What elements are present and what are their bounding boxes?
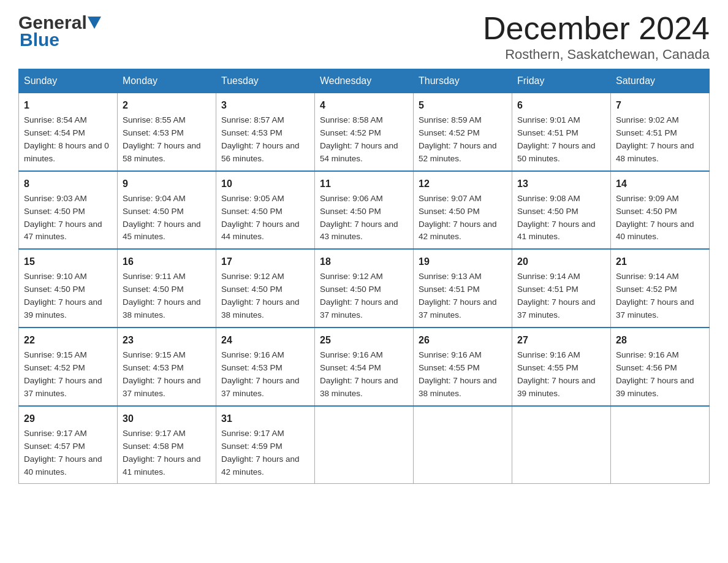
day-info: Sunrise: 9:07 AMSunset: 4:50 PMDaylight:… [419, 194, 497, 242]
day-number: 8 [24, 177, 112, 191]
day-info: Sunrise: 9:15 AMSunset: 4:53 PMDaylight:… [123, 350, 201, 398]
calendar-table: Sunday Monday Tuesday Wednesday Thursday… [18, 69, 710, 484]
day-info: Sunrise: 9:14 AMSunset: 4:52 PMDaylight:… [616, 272, 694, 320]
calendar-day-cell: 23 Sunrise: 9:15 AMSunset: 4:53 PMDaylig… [118, 327, 216, 406]
calendar-day-cell: 13 Sunrise: 9:08 AMSunset: 4:50 PMDaylig… [512, 171, 611, 250]
calendar-day-cell: 28 Sunrise: 9:16 AMSunset: 4:56 PMDaylig… [611, 327, 710, 406]
calendar-day-cell: 8 Sunrise: 9:03 AMSunset: 4:50 PMDayligh… [19, 171, 118, 250]
day-number: 17 [221, 255, 309, 269]
day-info: Sunrise: 9:16 AMSunset: 4:54 PMDaylight:… [320, 350, 398, 398]
day-number: 16 [123, 255, 211, 269]
calendar-day-cell: 31 Sunrise: 9:17 AMSunset: 4:59 PMDaylig… [216, 406, 315, 484]
day-info: Sunrise: 9:03 AMSunset: 4:50 PMDaylight:… [24, 194, 102, 242]
header-saturday: Saturday [611, 69, 710, 93]
calendar-day-cell: 29 Sunrise: 9:17 AMSunset: 4:57 PMDaylig… [19, 406, 118, 484]
calendar-day-cell: 2 Sunrise: 8:55 AMSunset: 4:53 PMDayligh… [118, 93, 216, 171]
calendar-day-cell [611, 406, 710, 484]
calendar-day-cell [315, 406, 414, 484]
day-number: 7 [616, 98, 704, 113]
calendar-day-cell: 27 Sunrise: 9:16 AMSunset: 4:55 PMDaylig… [512, 327, 611, 406]
header-sunday: Sunday [19, 69, 118, 93]
calendar-day-cell: 9 Sunrise: 9:04 AMSunset: 4:50 PMDayligh… [118, 171, 216, 250]
logo-triangle-icon [88, 17, 101, 30]
calendar-day-cell: 18 Sunrise: 9:12 AMSunset: 4:50 PMDaylig… [315, 249, 414, 327]
day-number: 24 [221, 333, 309, 348]
day-info: Sunrise: 8:55 AMSunset: 4:53 PMDaylight:… [123, 115, 201, 163]
day-number: 31 [221, 412, 309, 426]
day-number: 10 [221, 177, 309, 191]
calendar-day-cell: 1 Sunrise: 8:54 AMSunset: 4:54 PMDayligh… [19, 93, 118, 171]
header-wednesday: Wednesday [315, 69, 414, 93]
calendar-day-cell: 3 Sunrise: 8:57 AMSunset: 4:53 PMDayligh… [216, 93, 315, 171]
day-number: 19 [419, 255, 507, 269]
calendar-day-cell: 19 Sunrise: 9:13 AMSunset: 4:51 PMDaylig… [414, 249, 512, 327]
calendar-day-cell: 30 Sunrise: 9:17 AMSunset: 4:58 PMDaylig… [118, 406, 216, 484]
day-info: Sunrise: 9:17 AMSunset: 4:57 PMDaylight:… [24, 429, 102, 477]
day-info: Sunrise: 9:04 AMSunset: 4:50 PMDaylight:… [123, 194, 201, 242]
calendar-week-row: 29 Sunrise: 9:17 AMSunset: 4:57 PMDaylig… [19, 406, 710, 484]
day-number: 3 [221, 98, 309, 113]
day-number: 21 [616, 255, 704, 269]
day-info: Sunrise: 9:02 AMSunset: 4:51 PMDaylight:… [616, 115, 694, 163]
day-info: Sunrise: 8:58 AMSunset: 4:52 PMDaylight:… [320, 115, 398, 163]
calendar-day-cell: 22 Sunrise: 9:15 AMSunset: 4:52 PMDaylig… [19, 327, 118, 406]
title-section: December 2024 Rosthern, Saskatchewan, Ca… [483, 12, 710, 63]
calendar-day-cell: 25 Sunrise: 9:16 AMSunset: 4:54 PMDaylig… [315, 327, 414, 406]
day-info: Sunrise: 9:14 AMSunset: 4:51 PMDaylight:… [517, 272, 596, 320]
calendar-day-cell: 16 Sunrise: 9:11 AMSunset: 4:50 PMDaylig… [118, 249, 216, 327]
day-info: Sunrise: 9:08 AMSunset: 4:50 PMDaylight:… [517, 194, 596, 242]
day-number: 5 [419, 98, 507, 113]
calendar-day-cell: 5 Sunrise: 8:59 AMSunset: 4:52 PMDayligh… [414, 93, 512, 171]
day-info: Sunrise: 9:06 AMSunset: 4:50 PMDaylight:… [320, 194, 398, 242]
calendar-day-cell: 4 Sunrise: 8:58 AMSunset: 4:52 PMDayligh… [315, 93, 414, 171]
day-number: 29 [24, 412, 112, 426]
day-info: Sunrise: 8:59 AMSunset: 4:52 PMDaylight:… [419, 115, 497, 163]
calendar-day-cell [512, 406, 611, 484]
day-number: 28 [616, 333, 704, 348]
day-info: Sunrise: 9:11 AMSunset: 4:50 PMDaylight:… [123, 272, 201, 320]
day-number: 14 [616, 177, 704, 191]
day-number: 13 [517, 177, 605, 191]
logo-blue-text: Blue [20, 29, 59, 50]
day-info: Sunrise: 9:09 AMSunset: 4:50 PMDaylight:… [616, 194, 694, 242]
calendar-week-row: 1 Sunrise: 8:54 AMSunset: 4:54 PMDayligh… [19, 93, 710, 171]
calendar-day-cell [414, 406, 512, 484]
day-info: Sunrise: 9:10 AMSunset: 4:50 PMDaylight:… [24, 272, 102, 320]
day-number: 25 [320, 333, 408, 348]
day-info: Sunrise: 8:54 AMSunset: 4:54 PMDaylight:… [24, 115, 109, 163]
location-subtitle: Rosthern, Saskatchewan, Canada [483, 47, 710, 63]
header-monday: Monday [118, 69, 216, 93]
day-number: 11 [320, 177, 408, 191]
day-number: 26 [419, 333, 507, 348]
day-info: Sunrise: 9:16 AMSunset: 4:56 PMDaylight:… [616, 350, 694, 398]
calendar-day-cell: 6 Sunrise: 9:01 AMSunset: 4:51 PMDayligh… [512, 93, 611, 171]
header-thursday: Thursday [414, 69, 512, 93]
day-number: 6 [517, 98, 605, 113]
day-number: 30 [123, 412, 211, 426]
header-tuesday: Tuesday [216, 69, 315, 93]
calendar-day-cell: 20 Sunrise: 9:14 AMSunset: 4:51 PMDaylig… [512, 249, 611, 327]
day-info: Sunrise: 9:16 AMSunset: 4:55 PMDaylight:… [419, 350, 497, 398]
day-number: 27 [517, 333, 605, 348]
day-number: 2 [123, 98, 211, 113]
day-info: Sunrise: 9:15 AMSunset: 4:52 PMDaylight:… [24, 350, 102, 398]
calendar-day-cell: 12 Sunrise: 9:07 AMSunset: 4:50 PMDaylig… [414, 171, 512, 250]
calendar-day-cell: 7 Sunrise: 9:02 AMSunset: 4:51 PMDayligh… [611, 93, 710, 171]
day-number: 15 [24, 255, 112, 269]
day-number: 12 [419, 177, 507, 191]
day-number: 22 [24, 333, 112, 348]
calendar-day-cell: 24 Sunrise: 9:16 AMSunset: 4:53 PMDaylig… [216, 327, 315, 406]
page-header: General Blue December 2024 Rosthern, Sas… [18, 12, 710, 63]
calendar-day-cell: 21 Sunrise: 9:14 AMSunset: 4:52 PMDaylig… [611, 249, 710, 327]
logo: General Blue [18, 12, 101, 50]
day-info: Sunrise: 9:12 AMSunset: 4:50 PMDaylight:… [221, 272, 300, 320]
day-info: Sunrise: 9:17 AMSunset: 4:59 PMDaylight:… [221, 429, 300, 477]
day-info: Sunrise: 9:01 AMSunset: 4:51 PMDaylight:… [517, 115, 596, 163]
calendar-day-cell: 17 Sunrise: 9:12 AMSunset: 4:50 PMDaylig… [216, 249, 315, 327]
calendar-header-row: Sunday Monday Tuesday Wednesday Thursday… [19, 69, 710, 93]
day-info: Sunrise: 9:16 AMSunset: 4:53 PMDaylight:… [221, 350, 300, 398]
day-number: 1 [24, 98, 112, 113]
header-friday: Friday [512, 69, 611, 93]
calendar-day-cell: 26 Sunrise: 9:16 AMSunset: 4:55 PMDaylig… [414, 327, 512, 406]
calendar-day-cell: 15 Sunrise: 9:10 AMSunset: 4:50 PMDaylig… [19, 249, 118, 327]
